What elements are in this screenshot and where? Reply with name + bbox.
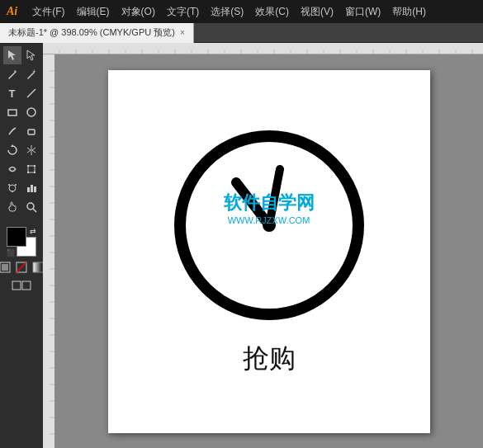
svg-line-3 (27, 89, 36, 97)
caption: 抢购 (243, 341, 296, 377)
type-tool[interactable]: T (3, 84, 21, 102)
color-area: ⇄ ⬛ (0, 224, 43, 296)
tool-row-6 (0, 141, 43, 159)
menu-file[interactable]: 文件(F) (27, 3, 69, 21)
line-tool[interactable] (22, 84, 40, 102)
svg-point-15 (8, 184, 10, 186)
svg-rect-10 (27, 165, 29, 167)
pen-tool[interactable] (3, 65, 21, 83)
svg-rect-13 (34, 172, 36, 173)
eraser-tool[interactable] (22, 122, 40, 140)
menu-select[interactable]: 选择(S) (206, 3, 249, 21)
svg-line-22 (33, 209, 36, 212)
svg-rect-4 (8, 110, 17, 116)
toolbar: + T (0, 43, 43, 448)
gradient-icon[interactable] (31, 260, 43, 275)
fill-icon[interactable] (0, 260, 12, 275)
svg-rect-29 (22, 281, 31, 290)
foreground-color-swatch[interactable] (7, 227, 26, 247)
tab-close-button[interactable]: × (180, 28, 185, 37)
svg-rect-20 (34, 186, 36, 192)
tool-row-5 (0, 122, 43, 140)
svg-rect-9 (28, 166, 35, 172)
swap-colors-icon[interactable]: ⇄ (30, 227, 36, 235)
tool-row-9 (0, 198, 43, 216)
warp-tool[interactable] (3, 160, 21, 178)
tool-row-7 (0, 160, 43, 178)
artboard: 软件自学网 WWW.RJZXW.COM (108, 70, 430, 433)
canvas-with-ruler: 软件自学网 WWW.RJZXW.COM (43, 54, 483, 448)
menu-text[interactable]: 文字(T) (162, 3, 204, 21)
clock-container: 抢购 (170, 126, 368, 377)
svg-rect-28 (12, 281, 21, 290)
tab-label: 未标题-1* @ 398.09% (CMYK/GPU 预览) (8, 26, 175, 39)
artboard-tool[interactable] (7, 278, 36, 293)
tool-row-8 (0, 179, 43, 197)
app-logo: Ai (7, 5, 17, 18)
menu-effect[interactable]: 效果(C) (250, 3, 294, 21)
svg-line-26 (17, 262, 26, 272)
document-tab[interactable]: 未标题-1* @ 398.09% (CMYK/GPU 预览) × (0, 23, 194, 43)
pencil-tool[interactable] (3, 122, 21, 140)
svg-point-21 (27, 203, 34, 210)
svg-marker-1 (27, 50, 35, 60)
svg-point-14 (9, 185, 16, 191)
menu-help[interactable]: 帮助(H) (387, 3, 431, 21)
column-graph-tool[interactable] (22, 179, 40, 197)
svg-point-5 (27, 108, 36, 116)
clock-svg (170, 126, 368, 324)
reflect-tool[interactable] (22, 141, 40, 159)
free-transform-tool[interactable] (22, 160, 40, 178)
rect-tool[interactable] (3, 103, 21, 121)
tool-row-4 (0, 103, 43, 121)
ruler-vertical (43, 54, 54, 448)
svg-rect-19 (31, 185, 33, 192)
svg-point-84 (263, 219, 276, 232)
svg-rect-18 (27, 187, 30, 192)
tool-row-2: + (0, 65, 43, 83)
tab-bar: 未标题-1* @ 398.09% (CMYK/GPU 预览) × (0, 23, 483, 43)
add-anchor-tool[interactable]: + (22, 65, 40, 83)
ruler-horizontal (43, 43, 483, 54)
svg-rect-11 (34, 165, 36, 167)
svg-point-16 (15, 184, 17, 186)
svg-rect-57 (43, 54, 54, 448)
svg-rect-24 (2, 264, 8, 271)
svg-rect-12 (27, 172, 29, 173)
symbol-sprayer-tool[interactable] (3, 179, 21, 197)
canvas-area: 软件自学网 WWW.RJZXW.COM (43, 43, 483, 448)
fill-stroke-icons (0, 260, 43, 275)
menu-object[interactable]: 对象(O) (116, 3, 160, 21)
zoom-tool[interactable] (22, 198, 40, 216)
tool-row-3: T (0, 84, 43, 102)
direct-select-tool[interactable] (22, 46, 40, 64)
canvas-container: 软件自学网 WWW.RJZXW.COM (54, 54, 483, 448)
svg-text:+: + (32, 68, 36, 75)
ellipse-tool[interactable] (22, 103, 40, 121)
menu-window[interactable]: 窗口(W) (340, 3, 386, 21)
main-layout: + T (0, 43, 483, 448)
hand-tool[interactable] (3, 198, 21, 216)
menu-view[interactable]: 视图(V) (296, 3, 339, 21)
svg-marker-0 (8, 50, 16, 60)
tool-row-1 (0, 46, 43, 64)
none-icon[interactable] (14, 260, 29, 275)
color-swatches: ⇄ ⬛ (7, 227, 36, 257)
rotate-tool[interactable] (3, 141, 21, 159)
menu-bar: 文件(F) 编辑(E) 对象(O) 文字(T) 选择(S) 效果(C) 视图(V… (27, 3, 431, 21)
title-bar: Ai 文件(F) 编辑(E) 对象(O) 文字(T) 选择(S) 效果(C) 视… (0, 0, 483, 23)
svg-rect-6 (28, 130, 35, 134)
select-tool[interactable] (3, 46, 21, 64)
svg-point-17 (12, 191, 13, 192)
menu-edit[interactable]: 编辑(E) (72, 3, 115, 21)
extra-tool-row (7, 278, 36, 293)
svg-rect-27 (33, 262, 43, 272)
reset-colors-icon[interactable]: ⬛ (7, 249, 15, 257)
